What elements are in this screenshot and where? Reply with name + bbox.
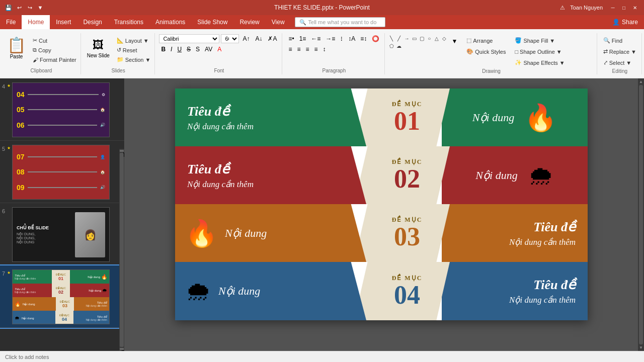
- row2-right-text: Nội dung: [475, 169, 517, 182]
- reset-button[interactable]: ↺ Reset: [115, 46, 153, 55]
- slide-thumb-5[interactable]: 5 ★ 07 👤 08 🏠 09 🔊: [0, 141, 124, 203]
- new-slide-button[interactable]: 🖼 New Slide: [84, 34, 113, 63]
- shape-rounded[interactable]: ▢: [418, 35, 425, 42]
- decrease-indent-btn[interactable]: ←≡: [309, 34, 323, 43]
- font-name-select[interactable]: Calibri: [159, 34, 219, 43]
- columns-btn[interactable]: ⫶: [338, 34, 345, 43]
- slide-thumb-4[interactable]: 4 ★ 04 ⚙ 05 🏠 06 🔊: [0, 78, 124, 141]
- restore-btn[interactable]: □: [619, 4, 629, 12]
- underline-button[interactable]: U: [175, 45, 184, 54]
- tell-me-search[interactable]: 🔍 Tell me what you want to do: [295, 17, 385, 27]
- menu-transitions[interactable]: Transitions: [108, 15, 149, 29]
- justify-btn[interactable]: ≡: [312, 45, 319, 54]
- minimize-btn[interactable]: ─: [608, 4, 618, 12]
- slide-thumb-7[interactable]: 7 ★ Tiêu đề Nội dung cần thêm ĐỀ MỤC 01 …: [0, 265, 124, 328]
- align-left-btn[interactable]: ≡: [286, 45, 294, 54]
- redo-btn[interactable]: ↪: [25, 3, 34, 12]
- row2-right-panel: Nội dung 🌧: [442, 146, 588, 204]
- shape-rect[interactable]: ▭: [411, 35, 418, 42]
- slide-row-4: 🌧 Nội dung ĐỀ MỤC 04 Tiêu đề Nội dung cầ…: [175, 262, 588, 320]
- section-button[interactable]: 📁 Section ▼: [115, 55, 153, 64]
- notes-placeholder[interactable]: Click to add notes: [5, 354, 49, 360]
- line-spacing-btn[interactable]: ↕: [320, 45, 328, 54]
- shape-penta[interactable]: ⬠: [388, 43, 395, 50]
- row4-left-panel: 🌧 Nội dung: [175, 262, 366, 320]
- strikethrough-button[interactable]: S: [185, 45, 193, 54]
- shape-fill-button[interactable]: 🪣 Shape Fill ▼: [513, 36, 567, 45]
- shapes-more-btn[interactable]: ▼: [449, 35, 459, 47]
- main-area: 4 ★ 04 ⚙ 05 🏠 06 🔊: [0, 78, 644, 351]
- select-button[interactable]: ⤤ Select ▼: [601, 58, 638, 67]
- font-spacing-btn[interactable]: AV: [203, 45, 214, 54]
- copy-button[interactable]: ⧉ Copy: [31, 46, 78, 55]
- paste-button[interactable]: 📋 Paste: [4, 34, 29, 63]
- shape-misc[interactable]: ☁: [395, 43, 403, 50]
- replace-button[interactable]: ⇄ Replace ▼: [601, 47, 638, 56]
- row4-left-text: Nội dung: [218, 285, 260, 298]
- shape-outline-button[interactable]: □ Shape Outline ▼: [513, 47, 567, 56]
- increase-font-btn[interactable]: A↑: [240, 34, 252, 43]
- menu-home[interactable]: Home: [22, 15, 50, 29]
- canvas-area: Tiêu đề Nội dung cần thêm ĐỀ MỤC 01 Nội …: [125, 78, 638, 351]
- save-btn[interactable]: 💾: [4, 3, 13, 12]
- slide-canvas[interactable]: Tiêu đề Nội dung cần thêm ĐỀ MỤC 01 Nội …: [175, 88, 588, 320]
- undo-btn[interactable]: ↩: [15, 3, 24, 12]
- menu-slideshow[interactable]: Slide Show: [191, 15, 233, 29]
- shape-effects-button[interactable]: ✨ Shape Effects ▼: [513, 58, 567, 67]
- increase-indent-btn[interactable]: →≡: [324, 34, 337, 43]
- italic-button[interactable]: I: [169, 45, 174, 54]
- slide-row-2: Tiêu đề Nội dung cần thêm ĐỀ MỤC 02 Nội …: [175, 146, 588, 204]
- menu-design[interactable]: Design: [77, 15, 108, 29]
- shape-diamond[interactable]: ◇: [441, 35, 448, 42]
- customize-qat-btn[interactable]: ▼: [36, 3, 45, 12]
- title-bar: 💾 ↩ ↪ ▼ THIET KE SLIDE.pptx - PowerPoint…: [0, 0, 644, 15]
- slide-thumb-6[interactable]: 6 CHỦ ĐỀ SLIDE NỘI DUNG, NỘI DUNG, NỘI D…: [0, 203, 124, 265]
- layout-button[interactable]: 📐 Layout ▼: [115, 36, 153, 45]
- menu-bar: File Home Insert Design Transitions Anim…: [0, 15, 644, 29]
- slide-panel-scrollbar[interactable]: ▲ ▼: [119, 149, 124, 351]
- close-btn[interactable]: ✕: [630, 4, 640, 12]
- slide-6-preview: CHỦ ĐỀ SLIDE NỘI DUNG, NỘI DUNG, NỘI DUN…: [12, 207, 110, 262]
- quick-styles-button[interactable]: 🎨 Quick Styles: [464, 47, 508, 56]
- shape-triangle[interactable]: △: [433, 35, 440, 42]
- align-center-btn[interactable]: ≡: [295, 45, 302, 54]
- decrease-font-btn[interactable]: A↓: [253, 34, 264, 43]
- bullets-button[interactable]: ≡•: [286, 34, 296, 43]
- menu-view[interactable]: View: [266, 15, 291, 29]
- text-shadow-button[interactable]: S: [194, 45, 202, 54]
- slide-panel: 4 ★ 04 ⚙ 05 🏠 06 🔊: [0, 78, 125, 351]
- cut-button[interactable]: ✂ Cut: [31, 36, 78, 45]
- clear-format-btn[interactable]: ✗A: [266, 34, 279, 43]
- share-btn[interactable]: 👤Share: [606, 15, 644, 29]
- row1-middle-panel: ĐỀ MỤC 01: [354, 88, 450, 146]
- clipboard-group: 📋 Paste ✂ Cut ⧉ Copy 🖌 Format Painter Cl…: [2, 33, 81, 74]
- find-button[interactable]: 🔍 Find: [601, 36, 638, 45]
- shape-circle[interactable]: ○: [426, 35, 433, 42]
- bold-button[interactable]: B: [159, 45, 168, 54]
- numbering-button[interactable]: 1≡: [297, 34, 308, 43]
- paragraph-group: ≡• 1≡ ←≡ →≡ ⫶ ↕A ≡↕ ⭕ ≡ ≡ ≡ ≡ ↕ Paragrap…: [283, 33, 385, 74]
- shape-line2[interactable]: ╱: [395, 35, 403, 42]
- shape-arrow[interactable]: →: [403, 35, 410, 42]
- menu-insert[interactable]: Insert: [50, 15, 77, 29]
- notes-bar: Click to add notes: [0, 351, 644, 362]
- font-color-btn[interactable]: A: [215, 45, 223, 54]
- format-painter-button[interactable]: 🖌 Format Painter: [31, 55, 78, 64]
- arrange-button[interactable]: ⬚ Arrange: [464, 36, 508, 45]
- align-text-btn[interactable]: ≡↕: [358, 34, 369, 43]
- slide-4-preview: 04 ⚙ 05 🏠 06 🔊: [12, 82, 110, 137]
- menu-review[interactable]: Review: [233, 15, 265, 29]
- ribbon-content: 📋 Paste ✂ Cut ⧉ Copy 🖌 Format Painter Cl…: [0, 29, 644, 78]
- font-size-select[interactable]: 66: [221, 34, 239, 43]
- drawing-label: Drawing: [482, 67, 501, 74]
- row2-left-panel: Tiêu đề Nội dung cần thêm: [175, 146, 366, 204]
- clipboard-label: Clipboard: [30, 67, 52, 73]
- slide-row-1: Tiêu đề Nội dung cần thêm ĐỀ MỤC 01 Nội …: [175, 88, 588, 146]
- canvas-vscrollbar[interactable]: ▲ ▼: [638, 78, 644, 351]
- text-direction-btn[interactable]: ↕A: [346, 34, 357, 43]
- shape-line[interactable]: ╲: [388, 35, 395, 42]
- menu-file[interactable]: File: [0, 15, 22, 29]
- convert-smartart-btn[interactable]: ⭕: [370, 34, 381, 43]
- menu-animations[interactable]: Animations: [149, 15, 191, 29]
- align-right-btn[interactable]: ≡: [303, 45, 311, 54]
